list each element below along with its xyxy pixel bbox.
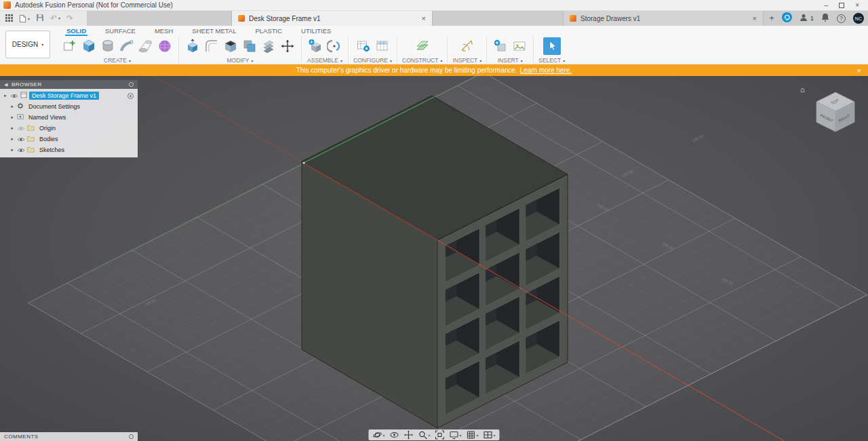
expand-icon[interactable]: ▸ bbox=[9, 147, 15, 153]
create-sketch-icon[interactable] bbox=[61, 37, 79, 55]
modeling-viewport[interactable]: 100.00100.00100.00100.00100.00100.00 ◀ B… bbox=[0, 76, 868, 441]
folder-icon bbox=[27, 147, 35, 154]
browser-item-named-views[interactable]: ▸ Named Views bbox=[0, 112, 138, 123]
browser-item-label[interactable]: Origin bbox=[37, 124, 58, 132]
orbit-icon[interactable]: ▾ bbox=[372, 430, 384, 440]
user-avatar[interactable]: NC bbox=[853, 13, 864, 24]
new-document-tab-button[interactable]: + bbox=[766, 13, 777, 24]
tab-solid[interactable]: SOLID bbox=[65, 26, 87, 36]
visibility-eye-icon[interactable] bbox=[10, 93, 18, 99]
modify-menu[interactable]: MODIFY▾ bbox=[226, 57, 253, 64]
tab-utilities[interactable]: UTILITIES bbox=[300, 26, 332, 36]
expand-icon[interactable]: ▸ bbox=[3, 93, 8, 98]
home-view-icon[interactable]: ⌂ bbox=[800, 85, 805, 94]
tab-mesh[interactable]: MESH bbox=[153, 26, 174, 36]
comments-panel[interactable]: COMMENTS bbox=[0, 432, 138, 441]
minimize-button[interactable]: – bbox=[825, 1, 829, 9]
inspect-menu[interactable]: INSPECT▾ bbox=[452, 57, 481, 64]
visibility-eye-icon[interactable] bbox=[17, 147, 25, 153]
save-icon[interactable] bbox=[36, 12, 44, 24]
tab-sheet-metal[interactable]: SHEET METAL bbox=[191, 26, 237, 36]
help-icon[interactable]: ? bbox=[837, 14, 846, 23]
loft-icon[interactable] bbox=[137, 37, 155, 55]
browser-item-origin[interactable]: ▸ Origin bbox=[0, 123, 138, 134]
fillet-icon[interactable] bbox=[203, 37, 220, 55]
browser-item-label[interactable]: Desk Storage Frame v1 bbox=[29, 92, 99, 100]
close-tab-icon[interactable]: × bbox=[422, 14, 426, 22]
tab-plastic[interactable]: PLASTIC bbox=[254, 26, 283, 36]
look-at-icon[interactable] bbox=[389, 430, 399, 440]
grid-settings-icon[interactable]: ▾ bbox=[467, 430, 479, 440]
profile-icon[interactable] bbox=[800, 12, 808, 24]
redo-icon[interactable]: ↷ bbox=[66, 14, 73, 22]
collapse-panel-icon[interactable]: ◀ bbox=[4, 82, 8, 88]
browser-panel-header[interactable]: ◀ BROWSER bbox=[0, 80, 138, 89]
sweep-icon[interactable] bbox=[118, 37, 136, 55]
panel-options-icon[interactable] bbox=[129, 82, 134, 87]
assemble-menu[interactable]: ASSEMBLE▾ bbox=[307, 57, 342, 64]
new-component-icon[interactable] bbox=[307, 37, 324, 55]
offset-plane-icon[interactable] bbox=[260, 37, 277, 55]
workspace-switcher[interactable]: DESIGN▾ bbox=[5, 31, 50, 58]
quick-access-toolbar: ▾ ↶▾ ↷ bbox=[0, 11, 87, 26]
construction-plane-icon[interactable] bbox=[414, 37, 431, 55]
visibility-eye-icon[interactable] bbox=[17, 136, 25, 142]
create-menu[interactable]: CREATE▾ bbox=[104, 57, 131, 64]
expand-icon[interactable]: ▸ bbox=[9, 136, 15, 142]
browser-item-label[interactable]: Sketches bbox=[37, 146, 67, 154]
configure-menu[interactable]: CONFIGURE▾ bbox=[353, 57, 392, 64]
browser-item-root-component[interactable]: ▸ Desk Storage Frame v1 bbox=[0, 90, 138, 101]
close-window-button[interactable]: × bbox=[855, 1, 859, 9]
construct-menu[interactable]: CONSTRUCT▾ bbox=[402, 57, 442, 64]
learn-more-link[interactable]: Learn more here. bbox=[520, 66, 572, 74]
decal-icon[interactable] bbox=[511, 37, 528, 55]
app-menu-icon[interactable] bbox=[5, 12, 13, 24]
browser-item-label[interactable]: Document Settings bbox=[26, 102, 83, 111]
revolve-icon[interactable] bbox=[99, 37, 117, 55]
folder-icon bbox=[27, 125, 35, 132]
dismiss-banner-icon[interactable]: × bbox=[857, 66, 861, 75]
fit-icon[interactable] bbox=[435, 430, 444, 440]
view-cube[interactable]: ⌂ FRONT RIGHT TOP bbox=[802, 84, 864, 144]
browser-item-sketches[interactable]: ▸ Sketches bbox=[0, 145, 138, 155]
document-tab-active[interactable]: Desk Storage Frame v1 × bbox=[231, 11, 433, 26]
maximize-button[interactable] bbox=[839, 3, 844, 8]
create-form-icon[interactable] bbox=[156, 37, 174, 55]
browser-item-label[interactable]: Bodies bbox=[37, 135, 61, 143]
job-status-icon[interactable] bbox=[782, 12, 792, 25]
insert-menu[interactable]: INSERT▾ bbox=[498, 57, 523, 64]
pan-icon[interactable] bbox=[403, 430, 413, 440]
ribbon-group-construct: CONSTRUCT▾ bbox=[402, 36, 442, 64]
activate-component-radio[interactable] bbox=[127, 93, 134, 99]
display-settings-icon[interactable]: ▾ bbox=[449, 430, 461, 440]
combine-icon[interactable] bbox=[241, 37, 258, 55]
panel-options-icon[interactable] bbox=[129, 434, 134, 439]
select-tool-icon[interactable] bbox=[543, 37, 561, 55]
browser-item-bodies[interactable]: ▸ Bodies bbox=[0, 134, 138, 145]
measure-icon[interactable] bbox=[458, 37, 476, 55]
expand-icon[interactable]: ▸ bbox=[9, 115, 15, 120]
file-menu-icon[interactable]: ▾ bbox=[19, 14, 30, 23]
zoom-icon[interactable]: ▾ bbox=[418, 430, 430, 440]
viewports-icon[interactable]: ▾ bbox=[484, 430, 496, 440]
insert-derive-icon[interactable] bbox=[492, 37, 509, 55]
close-tab-icon[interactable]: × bbox=[753, 14, 757, 22]
tab-surface[interactable]: SURFACE bbox=[104, 26, 137, 36]
ribbon-group-assemble: ASSEMBLE▾ bbox=[307, 36, 343, 64]
document-tab-inactive[interactable]: Storage Drawers v1 × bbox=[563, 11, 764, 26]
select-menu[interactable]: SELECT▾ bbox=[538, 57, 565, 64]
press-pull-icon[interactable] bbox=[184, 37, 201, 55]
move-copy-icon[interactable] bbox=[279, 37, 296, 55]
expand-icon[interactable]: ▸ bbox=[9, 104, 15, 109]
notifications-bell-icon[interactable] bbox=[821, 12, 829, 24]
browser-item-document-settings[interactable]: ▸ Document Settings bbox=[0, 101, 138, 112]
configure-icon[interactable] bbox=[355, 37, 372, 55]
visibility-eye-icon[interactable] bbox=[17, 126, 25, 132]
extrude-icon[interactable] bbox=[80, 37, 98, 55]
expand-icon[interactable]: ▸ bbox=[9, 126, 15, 131]
shell-icon[interactable] bbox=[222, 37, 239, 55]
undo-icon[interactable]: ↶▾ bbox=[50, 14, 60, 22]
browser-item-label[interactable]: Named Views bbox=[26, 113, 68, 121]
joint-icon[interactable] bbox=[326, 37, 343, 55]
configuration-table-icon[interactable] bbox=[374, 37, 391, 55]
